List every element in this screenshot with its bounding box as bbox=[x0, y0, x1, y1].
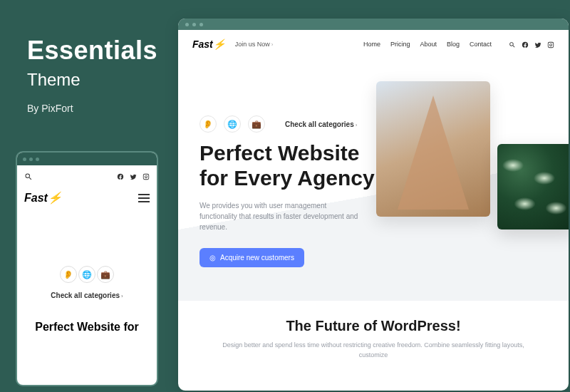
nav-about[interactable]: About bbox=[420, 41, 437, 48]
top-nav: Fast⚡ Join us Now› Home Pricing About Bl… bbox=[178, 30, 569, 58]
search-icon[interactable] bbox=[24, 171, 33, 181]
nav-contact[interactable]: Contact bbox=[470, 41, 492, 48]
building-image bbox=[376, 81, 490, 217]
acquire-customers-button[interactable]: ◎ Acquire new customers bbox=[200, 248, 304, 267]
ear-icon[interactable]: 👂 bbox=[60, 266, 77, 283]
nav-icons bbox=[509, 40, 554, 48]
twitter-icon[interactable] bbox=[534, 40, 542, 48]
bolt-icon: ⚡ bbox=[48, 192, 62, 204]
join-link[interactable]: Join us Now› bbox=[235, 41, 274, 48]
chevron-right-icon: › bbox=[271, 41, 274, 48]
hero-headline: Perfect Website for Every Agency bbox=[200, 141, 547, 190]
nav-blog[interactable]: Blog bbox=[447, 41, 460, 48]
hamburger-icon[interactable] bbox=[138, 194, 150, 202]
brand-logo[interactable]: Fast⚡ bbox=[24, 191, 62, 205]
nav-pricing[interactable]: Pricing bbox=[390, 41, 410, 48]
future-section: The Future of WordPress! Design better a… bbox=[178, 301, 569, 378]
promo-title: Essentials bbox=[27, 36, 157, 66]
check-categories-link[interactable]: Check all categories› bbox=[24, 292, 150, 299]
desktop-titlebar bbox=[178, 19, 569, 30]
twitter-icon[interactable] bbox=[130, 172, 137, 180]
ear-icon[interactable]: 👂 bbox=[200, 115, 217, 133]
briefcase-icon[interactable]: 💼 bbox=[248, 115, 265, 133]
search-icon[interactable] bbox=[509, 40, 516, 48]
brand-logo[interactable]: Fast⚡ bbox=[192, 38, 225, 50]
target-icon: ◎ bbox=[209, 254, 216, 262]
instagram-icon[interactable] bbox=[547, 40, 554, 48]
chevron-right-icon: › bbox=[121, 293, 123, 299]
mobile-preview: Fast⚡ 👂 🌐 💼 Check all categories› Perfec… bbox=[16, 151, 158, 386]
briefcase-icon[interactable]: 💼 bbox=[97, 266, 114, 283]
mobile-brand-row: Fast⚡ bbox=[17, 187, 157, 209]
mobile-titlebar bbox=[17, 153, 157, 165]
future-title: The Future of WordPress! bbox=[221, 318, 526, 334]
category-icons: 👂 🌐 💼 bbox=[24, 266, 150, 283]
check-categories-link[interactable]: Check all categories› bbox=[285, 120, 357, 128]
promo-byline: By PixFort bbox=[27, 103, 157, 114]
hero-subtext: We provides you with user management fun… bbox=[200, 200, 363, 232]
bolt-icon: ⚡ bbox=[213, 38, 225, 50]
leaves-image bbox=[497, 144, 569, 229]
nav-home[interactable]: Home bbox=[363, 41, 380, 48]
chevron-right-icon: › bbox=[356, 122, 358, 128]
desktop-preview: Fast⚡ Join us Now› Home Pricing About Bl… bbox=[178, 19, 569, 391]
future-subtext: Design better and spend less time withou… bbox=[221, 340, 526, 361]
mobile-social-row bbox=[117, 172, 150, 180]
hero-section: 👂 🌐 💼 Check all categories› Perfect Webs… bbox=[178, 58, 569, 301]
globe-icon[interactable]: 🌐 bbox=[78, 266, 95, 283]
globe-icon[interactable]: 🌐 bbox=[224, 115, 241, 133]
promo-subtitle: Theme bbox=[27, 70, 157, 90]
mobile-headline: Perfect Website for bbox=[24, 321, 150, 334]
nav-items: Home Pricing About Blog Contact bbox=[363, 41, 492, 48]
instagram-icon[interactable] bbox=[142, 172, 150, 180]
hero-category-row: 👂 🌐 💼 Check all categories› bbox=[200, 115, 547, 133]
promo-sidebar: Essentials Theme By PixFort bbox=[27, 36, 157, 114]
facebook-icon[interactable] bbox=[522, 40, 529, 48]
mobile-header bbox=[17, 165, 157, 187]
facebook-icon[interactable] bbox=[117, 172, 124, 180]
mobile-body: 👂 🌐 💼 Check all categories› Perfect Webs… bbox=[17, 209, 157, 341]
